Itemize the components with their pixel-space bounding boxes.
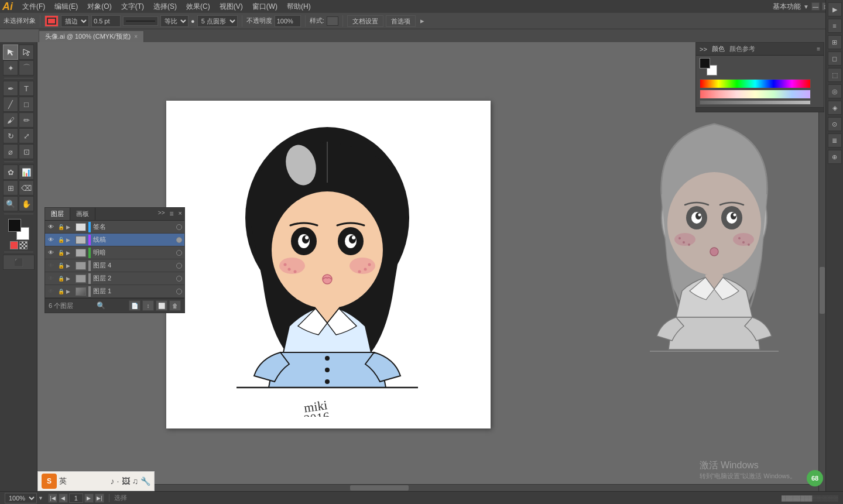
rp-btn-4[interactable]: ◻	[828, 52, 842, 66]
rp-btn-1[interactable]: ▶	[828, 2, 842, 16]
layer-lock-0[interactable]: 🔓	[57, 223, 65, 231]
layer-row-5[interactable]: 👁 🔒 ▶ 图层 1	[45, 285, 184, 298]
ime-text[interactable]: 英	[59, 476, 67, 486]
opacity-input[interactable]	[275, 15, 301, 27]
magic-wand-tool[interactable]: ✦	[3, 60, 18, 76]
menu-select[interactable]: 选择(S)	[149, 1, 181, 13]
layer-eye-0[interactable]: 👁	[46, 222, 56, 232]
rp-btn-10[interactable]: ⊕	[828, 150, 842, 164]
make-clip-btn[interactable]: ⬜	[156, 300, 167, 311]
preferences-btn[interactable]: 首选项	[386, 15, 416, 27]
lasso-tool[interactable]: ⌒	[19, 60, 34, 76]
style-color-box[interactable]	[327, 16, 338, 26]
workspace-dropdown-icon[interactable]: ▼	[803, 4, 809, 10]
symbol-sprayer-tool[interactable]: ✿	[3, 164, 18, 180]
layer-expand-4[interactable]: ▶	[66, 276, 74, 282]
color-fg-bg[interactable]	[700, 58, 717, 76]
menu-text[interactable]: 文字(T)	[116, 1, 149, 13]
move-layer-btn[interactable]: ↕	[142, 300, 154, 311]
layer-expand-5[interactable]: ▶	[66, 289, 74, 294]
layer-row-1[interactable]: 👁 🔓 ▶ 线稿	[45, 234, 184, 246]
new-layer-btn[interactable]: 📄	[129, 300, 140, 311]
layer-lock-1[interactable]: 🔓	[57, 236, 65, 244]
stroke-style-select[interactable]: 描边	[61, 15, 89, 27]
layers-menu-btn[interactable]: ≡	[167, 208, 176, 220]
scrollbar-v-thumb[interactable]	[820, 267, 825, 314]
slice-tool[interactable]: ⊞	[3, 180, 18, 196]
active-tab[interactable]: 头像.ai @ 100% (CMYK/预览) ×	[39, 30, 144, 42]
stroke-ratio-select[interactable]: 等比	[160, 15, 189, 27]
layer-lock-5[interactable]: 🔒	[57, 287, 65, 296]
layers-search-btn[interactable]: 🔍	[97, 301, 105, 310]
scrollbar-h-thumb[interactable]	[350, 485, 409, 491]
doc-settings-btn[interactable]: 文档设置	[347, 15, 383, 27]
color-tint-bar[interactable]	[700, 90, 811, 99]
fg-color-swatch[interactable]	[700, 58, 710, 68]
rect-tool[interactable]: □	[19, 97, 34, 112]
stroke-color-btn[interactable]	[44, 15, 59, 27]
colors-panel-menu-btn[interactable]: ≡	[817, 46, 820, 52]
layer-eye-2[interactable]: 👁	[46, 248, 56, 258]
ime-icon-4[interactable]: ♫	[132, 476, 139, 486]
rp-btn-7[interactable]: ◈	[828, 101, 842, 115]
stroke-weight-input[interactable]	[91, 15, 121, 27]
colors-panel-expand-btn[interactable]: >>	[700, 46, 707, 53]
colors-panel-title[interactable]: 颜色	[712, 44, 725, 53]
artboard-tab[interactable]: 画板	[70, 208, 95, 220]
menu-file[interactable]: 文件(F)	[18, 1, 50, 13]
zoom-select[interactable]: 100%	[5, 493, 37, 503]
layers-expand-btn[interactable]: >>	[156, 208, 167, 220]
layer-lock-2[interactable]: 🔓	[57, 249, 65, 257]
ime-icon-2[interactable]: ·	[117, 476, 119, 486]
ime-icon-1[interactable]: ♪	[111, 476, 115, 486]
rp-btn-5[interactable]: ⬚	[828, 68, 842, 82]
layer-expand-1[interactable]: ▶	[66, 237, 74, 243]
pen-tool[interactable]: ✒	[3, 81, 18, 96]
delete-layer-btn[interactable]: 🗑	[169, 300, 181, 311]
direct-selection-tool[interactable]	[19, 44, 34, 60]
column-graph-tool[interactable]: 📊	[19, 164, 34, 180]
menu-object[interactable]: 对象(O)	[83, 1, 116, 13]
more-options-icon[interactable]: ▸	[420, 16, 424, 25]
color-gradient-bar[interactable]	[700, 79, 811, 88]
layer-lock-4[interactable]: 🔒	[57, 275, 65, 283]
type-tool[interactable]: T	[19, 81, 34, 96]
layer-row-0[interactable]: 👁 🔓 ▶ 签名	[45, 221, 184, 234]
zoom-dropdown-icon[interactable]: ▼	[38, 495, 43, 501]
free-transform-tool[interactable]: ⊡	[19, 144, 34, 159]
layer-eye-1[interactable]: 👁	[46, 235, 56, 245]
layer-eye-4[interactable]: 👁	[46, 274, 56, 283]
layer-row-2[interactable]: 👁 🔓 ▶ 明暗	[45, 246, 184, 259]
color-gray-bar[interactable]	[700, 100, 811, 105]
page-prev-btn[interactable]: ◀	[59, 493, 68, 503]
selection-tool[interactable]	[3, 44, 18, 60]
menu-view[interactable]: 视图(V)	[215, 1, 248, 13]
page-last-btn[interactable]: ▶|	[95, 493, 104, 503]
eraser-tool[interactable]: ⌫	[19, 180, 34, 196]
layer-row-4[interactable]: 👁 🔒 ▶ 图层 2	[45, 272, 184, 285]
layer-expand-3[interactable]: ▶	[66, 263, 74, 269]
swatch-stack[interactable]	[8, 219, 29, 240]
none-color-small[interactable]	[19, 241, 28, 249]
page-number-input[interactable]	[69, 493, 83, 503]
paintbrush-tool[interactable]: 🖌	[3, 112, 18, 128]
menu-window[interactable]: 窗口(W)	[248, 1, 282, 13]
page-next-btn[interactable]: ▶	[84, 493, 94, 503]
rp-btn-2[interactable]: ≡	[828, 19, 842, 33]
artboard-tool[interactable]: ⬛	[3, 255, 35, 270]
rotate-tool[interactable]: ↻	[3, 128, 18, 143]
brush-shape-select[interactable]: 5 点圆形	[197, 15, 238, 27]
layer-row-3[interactable]: 👁 🔓 ▶ 图层 4	[45, 259, 184, 272]
colors-panel-title2[interactable]: 颜色参考	[729, 44, 755, 53]
rp-btn-9[interactable]: ≣	[828, 133, 842, 148]
scale-tool[interactable]: ⤢	[19, 128, 34, 143]
ime-icon-3[interactable]: 🖼	[122, 476, 130, 486]
layer-lock-3[interactable]: 🔓	[57, 262, 65, 270]
layer-expand-0[interactable]: ▶	[66, 224, 74, 230]
menu-edit[interactable]: 编辑(E)	[50, 1, 83, 13]
scrollbar-horizontal[interactable]	[37, 484, 818, 491]
layer-eye-5[interactable]: 👁	[46, 287, 56, 296]
rp-btn-3[interactable]: ⊞	[828, 35, 842, 49]
layers-tab[interactable]: 图层	[45, 208, 70, 220]
rp-btn-8[interactable]: ⊙	[828, 117, 842, 131]
